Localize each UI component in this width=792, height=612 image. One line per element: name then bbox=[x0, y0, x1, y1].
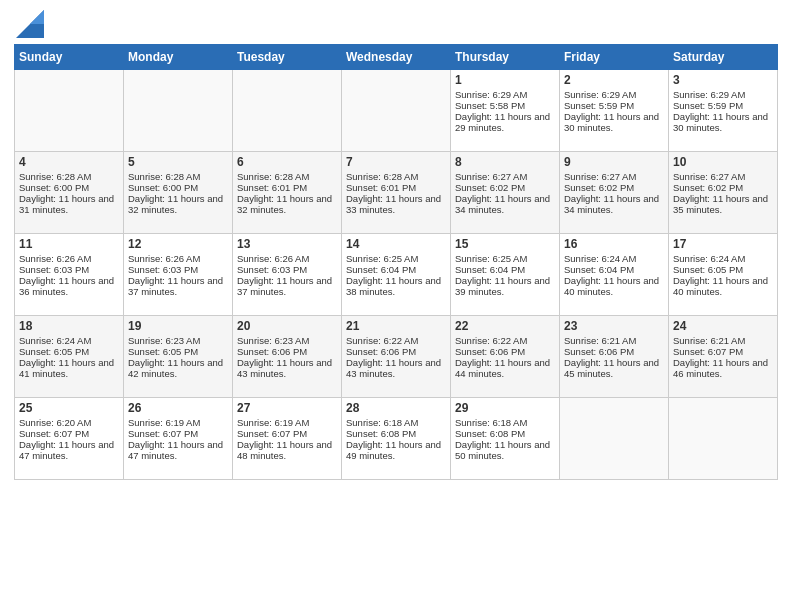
day-number: 23 bbox=[564, 319, 664, 333]
day-info: Daylight: 11 hours and 48 minutes. bbox=[237, 439, 337, 461]
day-number: 3 bbox=[673, 73, 773, 87]
day-info: Daylight: 11 hours and 40 minutes. bbox=[564, 275, 664, 297]
day-info: Sunset: 5:58 PM bbox=[455, 100, 555, 111]
day-info: Sunset: 6:05 PM bbox=[673, 264, 773, 275]
day-info: Sunset: 6:04 PM bbox=[564, 264, 664, 275]
calendar-cell: 7Sunrise: 6:28 AMSunset: 6:01 PMDaylight… bbox=[342, 152, 451, 234]
day-info: Sunset: 6:01 PM bbox=[237, 182, 337, 193]
calendar-cell: 9Sunrise: 6:27 AMSunset: 6:02 PMDaylight… bbox=[560, 152, 669, 234]
day-number: 4 bbox=[19, 155, 119, 169]
day-info: Sunrise: 6:27 AM bbox=[564, 171, 664, 182]
day-info: Daylight: 11 hours and 50 minutes. bbox=[455, 439, 555, 461]
day-info: Sunset: 6:06 PM bbox=[564, 346, 664, 357]
dow-header: Friday bbox=[560, 45, 669, 70]
calendar-cell: 28Sunrise: 6:18 AMSunset: 6:08 PMDayligh… bbox=[342, 398, 451, 480]
day-number: 22 bbox=[455, 319, 555, 333]
logo bbox=[14, 14, 44, 38]
day-info: Sunrise: 6:26 AM bbox=[237, 253, 337, 264]
calendar-cell: 13Sunrise: 6:26 AMSunset: 6:03 PMDayligh… bbox=[233, 234, 342, 316]
dow-header: Sunday bbox=[15, 45, 124, 70]
day-number: 28 bbox=[346, 401, 446, 415]
day-number: 6 bbox=[237, 155, 337, 169]
calendar-cell: 12Sunrise: 6:26 AMSunset: 6:03 PMDayligh… bbox=[124, 234, 233, 316]
day-info: Daylight: 11 hours and 44 minutes. bbox=[455, 357, 555, 379]
calendar-cell: 6Sunrise: 6:28 AMSunset: 6:01 PMDaylight… bbox=[233, 152, 342, 234]
day-info: Daylight: 11 hours and 37 minutes. bbox=[237, 275, 337, 297]
day-number: 25 bbox=[19, 401, 119, 415]
day-info: Daylight: 11 hours and 42 minutes. bbox=[128, 357, 228, 379]
day-number: 7 bbox=[346, 155, 446, 169]
dow-header: Monday bbox=[124, 45, 233, 70]
day-info: Sunrise: 6:28 AM bbox=[346, 171, 446, 182]
calendar-cell: 20Sunrise: 6:23 AMSunset: 6:06 PMDayligh… bbox=[233, 316, 342, 398]
day-info: Sunrise: 6:21 AM bbox=[673, 335, 773, 346]
calendar-cell bbox=[560, 398, 669, 480]
day-info: Sunrise: 6:24 AM bbox=[564, 253, 664, 264]
dow-header: Wednesday bbox=[342, 45, 451, 70]
page: SundayMondayTuesdayWednesdayThursdayFrid… bbox=[0, 0, 792, 612]
calendar-cell bbox=[15, 70, 124, 152]
day-info: Sunset: 5:59 PM bbox=[564, 100, 664, 111]
day-number: 18 bbox=[19, 319, 119, 333]
day-info: Sunrise: 6:24 AM bbox=[19, 335, 119, 346]
calendar-cell: 15Sunrise: 6:25 AMSunset: 6:04 PMDayligh… bbox=[451, 234, 560, 316]
day-info: Sunset: 6:03 PM bbox=[19, 264, 119, 275]
day-info: Sunrise: 6:22 AM bbox=[455, 335, 555, 346]
day-info: Sunrise: 6:29 AM bbox=[673, 89, 773, 100]
dow-header: Thursday bbox=[451, 45, 560, 70]
day-info: Sunset: 5:59 PM bbox=[673, 100, 773, 111]
day-info: Daylight: 11 hours and 34 minutes. bbox=[564, 193, 664, 215]
day-info: Sunset: 6:02 PM bbox=[673, 182, 773, 193]
calendar-cell: 11Sunrise: 6:26 AMSunset: 6:03 PMDayligh… bbox=[15, 234, 124, 316]
calendar-cell: 21Sunrise: 6:22 AMSunset: 6:06 PMDayligh… bbox=[342, 316, 451, 398]
calendar-cell: 19Sunrise: 6:23 AMSunset: 6:05 PMDayligh… bbox=[124, 316, 233, 398]
day-info: Sunset: 6:07 PM bbox=[673, 346, 773, 357]
day-info: Sunrise: 6:21 AM bbox=[564, 335, 664, 346]
day-info: Daylight: 11 hours and 49 minutes. bbox=[346, 439, 446, 461]
day-info: Daylight: 11 hours and 32 minutes. bbox=[128, 193, 228, 215]
day-number: 11 bbox=[19, 237, 119, 251]
day-info: Daylight: 11 hours and 38 minutes. bbox=[346, 275, 446, 297]
day-info: Sunrise: 6:18 AM bbox=[455, 417, 555, 428]
day-info: Sunrise: 6:23 AM bbox=[128, 335, 228, 346]
day-number: 15 bbox=[455, 237, 555, 251]
day-info: Sunrise: 6:29 AM bbox=[564, 89, 664, 100]
day-info: Sunset: 6:05 PM bbox=[19, 346, 119, 357]
calendar-table: SundayMondayTuesdayWednesdayThursdayFrid… bbox=[14, 44, 778, 480]
day-info: Sunset: 6:07 PM bbox=[19, 428, 119, 439]
day-info: Daylight: 11 hours and 30 minutes. bbox=[564, 111, 664, 133]
day-info: Daylight: 11 hours and 39 minutes. bbox=[455, 275, 555, 297]
day-number: 10 bbox=[673, 155, 773, 169]
day-info: Sunset: 6:03 PM bbox=[237, 264, 337, 275]
day-number: 14 bbox=[346, 237, 446, 251]
day-info: Sunrise: 6:23 AM bbox=[237, 335, 337, 346]
day-info: Daylight: 11 hours and 41 minutes. bbox=[19, 357, 119, 379]
day-number: 24 bbox=[673, 319, 773, 333]
day-number: 20 bbox=[237, 319, 337, 333]
calendar-cell: 22Sunrise: 6:22 AMSunset: 6:06 PMDayligh… bbox=[451, 316, 560, 398]
calendar-cell: 2Sunrise: 6:29 AMSunset: 5:59 PMDaylight… bbox=[560, 70, 669, 152]
day-info: Sunset: 6:07 PM bbox=[128, 428, 228, 439]
day-info: Daylight: 11 hours and 36 minutes. bbox=[19, 275, 119, 297]
day-info: Sunset: 6:02 PM bbox=[455, 182, 555, 193]
day-info: Sunrise: 6:26 AM bbox=[19, 253, 119, 264]
day-info: Daylight: 11 hours and 47 minutes. bbox=[19, 439, 119, 461]
day-number: 29 bbox=[455, 401, 555, 415]
calendar-cell: 24Sunrise: 6:21 AMSunset: 6:07 PMDayligh… bbox=[669, 316, 778, 398]
day-info: Sunrise: 6:25 AM bbox=[346, 253, 446, 264]
calendar-cell: 3Sunrise: 6:29 AMSunset: 5:59 PMDaylight… bbox=[669, 70, 778, 152]
day-info: Sunrise: 6:27 AM bbox=[673, 171, 773, 182]
day-number: 13 bbox=[237, 237, 337, 251]
day-info: Daylight: 11 hours and 46 minutes. bbox=[673, 357, 773, 379]
calendar-cell bbox=[233, 70, 342, 152]
day-info: Sunrise: 6:24 AM bbox=[673, 253, 773, 264]
calendar-cell bbox=[342, 70, 451, 152]
day-number: 9 bbox=[564, 155, 664, 169]
day-number: 27 bbox=[237, 401, 337, 415]
calendar-cell: 1Sunrise: 6:29 AMSunset: 5:58 PMDaylight… bbox=[451, 70, 560, 152]
day-info: Sunrise: 6:19 AM bbox=[128, 417, 228, 428]
day-info: Daylight: 11 hours and 31 minutes. bbox=[19, 193, 119, 215]
day-info: Sunset: 6:05 PM bbox=[128, 346, 228, 357]
day-info: Daylight: 11 hours and 30 minutes. bbox=[673, 111, 773, 133]
day-info: Sunset: 6:08 PM bbox=[455, 428, 555, 439]
